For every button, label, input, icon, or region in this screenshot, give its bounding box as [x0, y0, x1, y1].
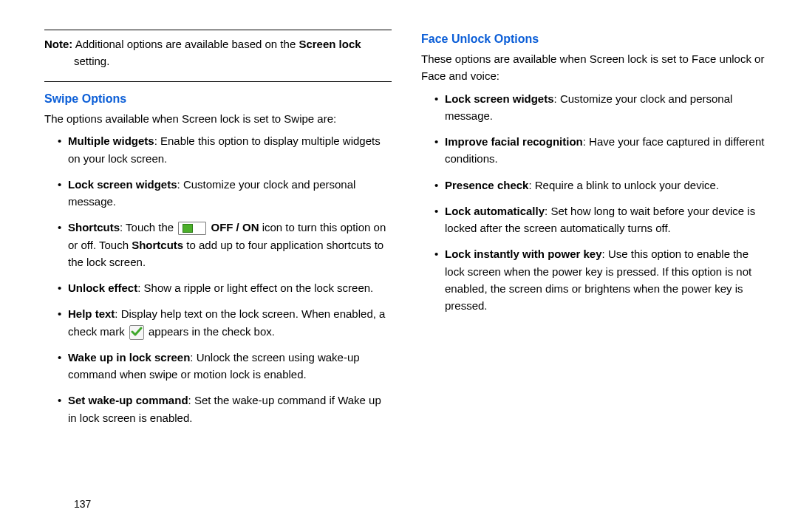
note-block: Note: Additional options are available b…	[44, 36, 392, 69]
item-text: : Require a blink to unlock your device.	[528, 179, 719, 191]
list-item: Lock instantly with power key: Use this …	[434, 245, 768, 314]
item-text: appears in the check box.	[146, 325, 275, 338]
list-item: Presence check: Require a blink to unloc…	[434, 177, 768, 194]
item-title: Lock screen widgets	[68, 178, 177, 191]
item-title: Help text	[68, 307, 115, 320]
horizontal-rule	[44, 30, 392, 30]
item-title: Lock screen widgets	[445, 92, 554, 105]
item-title: Unlock effect	[68, 282, 137, 294]
swipe-options-intro: The options available when Screen lock i…	[44, 110, 392, 127]
left-column: Note: Additional options are available b…	[44, 30, 392, 517]
list-item: Help text: Display help text on the lock…	[58, 305, 392, 340]
face-unlock-heading: Face Unlock Options	[421, 33, 768, 46]
list-item: Shortcuts: Touch the OFF / ON icon to tu…	[58, 219, 392, 270]
face-unlock-list: Lock screen widgets: Customize your cloc…	[421, 90, 768, 315]
item-title: Presence check	[445, 179, 528, 191]
item-title: Multiple widgets	[68, 134, 154, 147]
horizontal-rule	[44, 81, 392, 82]
item-title: Lock automatically	[445, 205, 545, 217]
item-title: Improve facial recognition	[445, 135, 583, 148]
toggle-label: OFF / ON	[208, 221, 259, 233]
page-number: 137	[74, 498, 91, 510]
item-title: Set wake-up command	[68, 394, 188, 406]
item-bold-2: Shortcuts	[132, 239, 183, 251]
checkmark-icon	[129, 325, 144, 340]
list-item: Unlock effect: Show a ripple or light ef…	[58, 279, 392, 296]
manual-page: Note: Additional options are available b…	[0, 0, 798, 532]
note-prefix: Note:	[44, 38, 72, 50]
list-item: Wake up in lock screen: Unlock the scree…	[58, 349, 392, 383]
list-item: Lock screen widgets: Customize your cloc…	[434, 90, 768, 125]
list-item: Multiple widgets: Enable this option to …	[58, 132, 392, 167]
list-item: Set wake-up command: Set the wake-up com…	[58, 392, 392, 426]
note-text-2: setting.	[44, 53, 392, 70]
toggle-off-on-icon	[178, 222, 206, 235]
item-title: Shortcuts	[68, 221, 120, 233]
item-title: Wake up in lock screen	[68, 351, 190, 364]
face-unlock-intro: These options are available when Screen …	[421, 50, 768, 85]
swipe-options-list: Multiple widgets: Enable this option to …	[44, 132, 392, 426]
list-item: Lock automatically: Set how long to wait…	[434, 202, 768, 237]
note-text-1: Additional options are available based o…	[72, 38, 299, 50]
item-text: : Show a ripple or light effect on the l…	[137, 282, 373, 294]
right-column: Face Unlock Options These options are av…	[421, 30, 768, 517]
item-title: Lock instantly with power key	[445, 248, 602, 260]
list-item: Improve facial recognition: Have your fa…	[434, 133, 768, 168]
item-text: : Touch the	[120, 221, 177, 233]
list-item: Lock screen widgets: Customize your cloc…	[58, 176, 392, 211]
swipe-options-heading: Swipe Options	[44, 92, 392, 106]
note-bold: Screen lock	[299, 38, 361, 50]
